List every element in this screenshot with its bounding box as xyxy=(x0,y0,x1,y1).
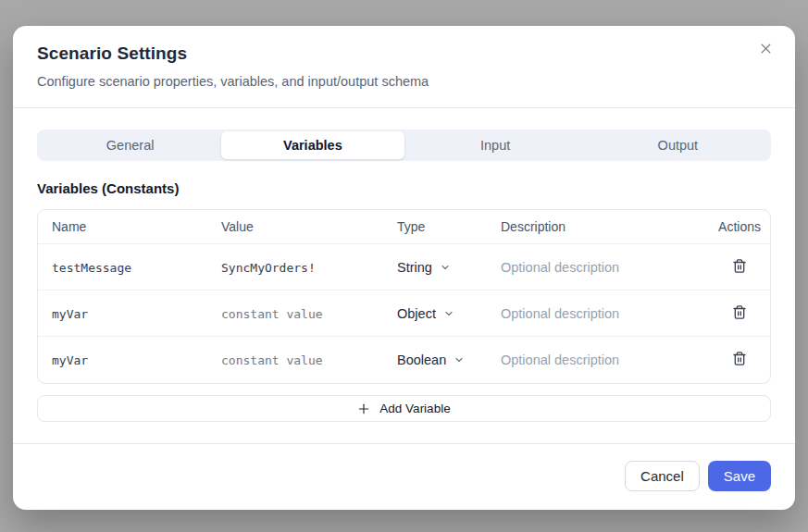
variable-value-input[interactable] xyxy=(221,261,375,275)
variable-value-input[interactable] xyxy=(221,353,375,367)
trash-icon xyxy=(732,304,747,323)
column-header-actions: Actions xyxy=(696,219,770,234)
tab-output[interactable]: Output xyxy=(587,131,769,159)
trash-icon xyxy=(732,351,747,369)
delete-variable-button[interactable] xyxy=(732,258,747,277)
column-header-description: Description xyxy=(487,219,696,234)
type-dropdown-value: Object xyxy=(397,306,436,321)
plus-icon xyxy=(357,402,370,415)
variable-name-input[interactable] xyxy=(52,353,200,367)
dialog-header: Scenario Settings Configure scenario pro… xyxy=(13,26,795,108)
delete-variable-button[interactable] xyxy=(732,351,747,369)
type-dropdown[interactable]: Object xyxy=(397,306,454,321)
description-input[interactable] xyxy=(501,260,686,275)
dialog-footer: Cancel Save xyxy=(13,443,795,510)
column-header-type: Type xyxy=(383,219,487,234)
scenario-settings-dialog: Scenario Settings Configure scenario pro… xyxy=(13,26,795,510)
description-input[interactable] xyxy=(501,306,686,321)
table-row: Boolean xyxy=(38,337,770,383)
variable-name-input[interactable] xyxy=(52,307,200,321)
type-dropdown-value: Boolean xyxy=(397,353,446,367)
chevron-down-icon xyxy=(443,308,454,319)
description-input[interactable] xyxy=(501,353,686,367)
variable-name-input[interactable] xyxy=(52,261,200,275)
variables-table: Name Value Type Description Actions Stri… xyxy=(37,209,771,384)
chevron-down-icon xyxy=(440,262,451,273)
section-title: Variables (Constants) xyxy=(37,180,771,196)
tab-strip: General Variables Input Output xyxy=(37,130,771,161)
close-icon xyxy=(759,42,773,58)
tab-general[interactable]: General xyxy=(39,131,221,159)
table-header-row: Name Value Type Description Actions xyxy=(38,210,770,244)
type-dropdown[interactable]: String xyxy=(397,260,451,275)
column-header-name: Name xyxy=(38,219,207,234)
delete-variable-button[interactable] xyxy=(732,304,747,323)
add-variable-label: Add Variable xyxy=(379,402,450,415)
tab-variables[interactable]: Variables xyxy=(221,131,404,159)
add-variable-button[interactable]: Add Variable xyxy=(37,395,771,422)
trash-icon xyxy=(732,258,747,277)
type-dropdown-value: String xyxy=(397,260,432,275)
dialog-body: General Variables Input Output Variables… xyxy=(13,108,795,443)
tab-input[interactable]: Input xyxy=(404,131,587,159)
save-button[interactable]: Save xyxy=(708,461,771,491)
chevron-down-icon xyxy=(454,354,465,365)
dialog-title: Scenario Settings xyxy=(37,43,771,64)
type-dropdown[interactable]: Boolean xyxy=(397,353,465,367)
dialog-subtitle: Configure scenario properties, variables… xyxy=(37,74,771,89)
variable-value-input[interactable] xyxy=(221,307,375,321)
table-row: Object xyxy=(38,291,770,337)
close-button[interactable] xyxy=(756,41,775,59)
column-header-value: Value xyxy=(207,219,383,234)
table-row: String xyxy=(38,244,770,291)
cancel-button[interactable]: Cancel xyxy=(625,461,700,491)
